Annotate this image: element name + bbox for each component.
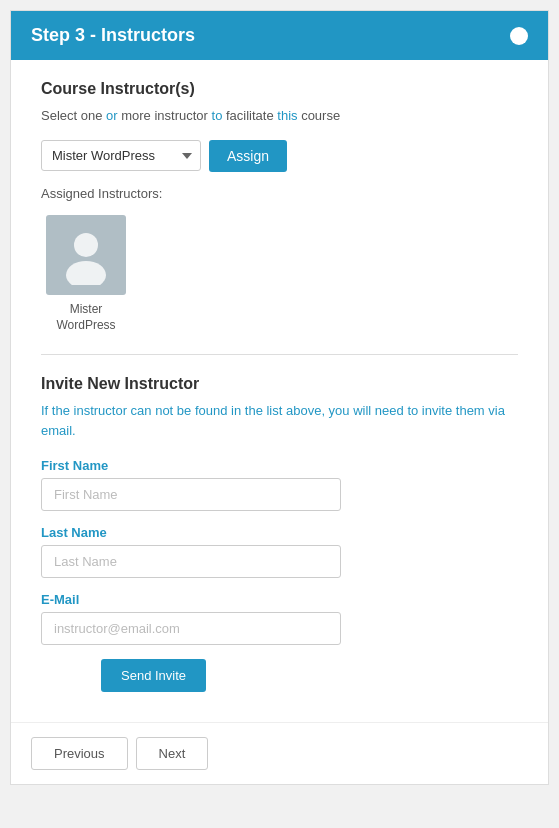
instructors-grid: MisterWordPress bbox=[41, 215, 518, 335]
course-instructors-section: Course Instructor(s) Select one or more … bbox=[41, 80, 518, 334]
previous-button[interactable]: Previous bbox=[31, 737, 128, 770]
main-content: Course Instructor(s) Select one or more … bbox=[11, 60, 548, 722]
main-container: Step 3 - Instructors Course Instructor(s… bbox=[10, 10, 549, 785]
last-name-label: Last Name bbox=[41, 525, 518, 540]
svg-point-1 bbox=[66, 261, 106, 285]
assign-row: Mister WordPress Assign bbox=[41, 140, 518, 172]
step-title: Step 3 - Instructors bbox=[31, 25, 195, 46]
last-name-input[interactable] bbox=[41, 545, 341, 578]
assign-button[interactable]: Assign bbox=[209, 140, 287, 172]
course-instructors-title: Course Instructor(s) bbox=[41, 80, 518, 98]
divider bbox=[41, 354, 518, 355]
assigned-instructors-label: Assigned Instructors: bbox=[41, 186, 518, 201]
last-name-field: Last Name bbox=[41, 525, 518, 592]
step-header: Step 3 - Instructors bbox=[11, 11, 548, 60]
avatar-icon bbox=[56, 225, 116, 285]
instructor-name: MisterWordPress bbox=[56, 301, 115, 335]
email-field: E-Mail bbox=[41, 592, 518, 659]
footer-nav: Previous Next bbox=[11, 722, 548, 784]
step-indicator bbox=[510, 27, 528, 45]
invite-section-desc: If the instructor can not be found in th… bbox=[41, 401, 518, 440]
next-button[interactable]: Next bbox=[136, 737, 209, 770]
avatar-box bbox=[46, 215, 126, 295]
send-invite-button[interactable]: Send Invite bbox=[101, 659, 206, 692]
first-name-input[interactable] bbox=[41, 478, 341, 511]
email-label: E-Mail bbox=[41, 592, 518, 607]
invite-section-title: Invite New Instructor bbox=[41, 375, 518, 393]
svg-point-0 bbox=[74, 233, 98, 257]
first-name-label: First Name bbox=[41, 458, 518, 473]
course-instructors-desc: Select one or more instructor to facilit… bbox=[41, 106, 518, 126]
first-name-field: First Name bbox=[41, 458, 518, 525]
instructor-card: MisterWordPress bbox=[41, 215, 131, 335]
invite-instructor-section: Invite New Instructor If the instructor … bbox=[41, 375, 518, 692]
instructor-dropdown[interactable]: Mister WordPress bbox=[41, 140, 201, 171]
email-input[interactable] bbox=[41, 612, 341, 645]
